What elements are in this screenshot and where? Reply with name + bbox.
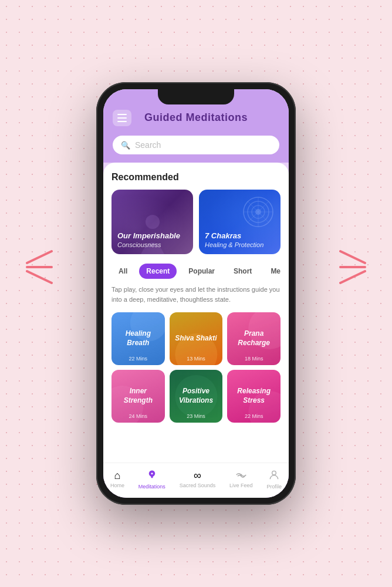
med-card-duration-1: 13 Mins	[187, 356, 205, 362]
med-card-duration-4: 23 Mins	[187, 413, 205, 419]
meditations-icon	[147, 470, 157, 482]
profile-icon	[269, 470, 279, 482]
recommended-title: Recommended	[111, 172, 281, 183]
med-card-title-1: Shiva Shakti	[175, 334, 217, 343]
svg-line-5	[340, 271, 365, 283]
home-icon: ⌂	[114, 470, 120, 481]
svg-point-21	[151, 473, 153, 474]
filter-tab-short[interactable]: Short	[227, 264, 259, 279]
page-title: Guided Meditations	[144, 112, 248, 124]
nav-profile[interactable]: Profile	[266, 470, 282, 490]
app-screen: Guided Meditations 🔍 Search Recommended	[103, 89, 289, 498]
filter-tab-popular[interactable]: Popular	[181, 264, 222, 279]
meditation-card-inner-strength[interactable]: Inner Strength 24 Mins	[111, 370, 165, 423]
svg-line-0	[27, 251, 52, 263]
med-card-duration-5: 22 Mins	[245, 413, 263, 419]
menu-icon-line2	[117, 117, 127, 119]
meditation-card-shiva-shakti[interactable]: Shiva Shakti 13 Mins	[170, 312, 223, 365]
card1-text: Our Imperishable Consciousness	[117, 231, 180, 248]
med-card-title-2: Prana Recharge	[232, 329, 276, 348]
live-feed-icon	[236, 470, 246, 481]
nav-live-feed-label: Live Feed	[229, 483, 253, 488]
filter-tab-medium[interactable]: Medium	[263, 264, 281, 279]
med-card-duration-3: 24 Mins	[129, 413, 148, 419]
med-card-title-5: Releasing Stress	[232, 387, 276, 405]
nav-live-feed[interactable]: Live Feed	[229, 470, 253, 488]
meditation-card-healing-breath[interactable]: Healing Breath 22 Mins	[111, 312, 165, 365]
menu-icon-line1	[117, 114, 127, 115]
search-bar[interactable]: 🔍 Search	[113, 136, 279, 154]
phone-notch	[158, 89, 234, 104]
filter-tab-recent[interactable]: Recent	[139, 264, 177, 279]
nav-home[interactable]: ⌂ Home	[110, 470, 124, 488]
med-card-duration-0: 22 Mins	[129, 356, 148, 362]
sacred-sounds-icon: ∞	[194, 470, 201, 481]
svg-point-23	[272, 471, 276, 475]
card2-text: 7 Chakras Healing & Protection	[205, 231, 263, 248]
svg-point-22	[240, 474, 242, 476]
meditation-card-releasing-stress[interactable]: Releasing Stress 22 Mins	[227, 370, 281, 423]
card1-subtitle: Consciousness	[117, 241, 180, 248]
bottom-navigation: ⌂ Home Meditations ∞ Sacred Sounds	[103, 463, 289, 498]
phone-device: Guided Meditations 🔍 Search Recommended	[96, 82, 296, 505]
main-content: Recommended Our Imperishable Consciousne…	[103, 163, 289, 463]
med-card-duration-2: 18 Mins	[245, 356, 263, 362]
section-description: Tap play, close your eyes and let the in…	[111, 285, 281, 304]
meditation-grid: Healing Breath 22 Mins Shiva Shakti 13 M…	[111, 312, 281, 423]
menu-button[interactable]	[113, 110, 131, 126]
nav-sacred-sounds[interactable]: ∞ Sacred Sounds	[180, 470, 216, 488]
svg-line-2	[27, 271, 52, 283]
card2-title: 7 Chakras	[205, 231, 263, 241]
nav-meditations-label: Meditations	[138, 484, 165, 490]
nav-sacred-sounds-label: Sacred Sounds	[180, 483, 216, 488]
right-decoration	[339, 247, 370, 288]
filter-tab-all[interactable]: All	[111, 264, 134, 279]
left-decoration	[22, 247, 53, 288]
filter-tabs-row: All Recent Popular Short Medium	[111, 264, 281, 279]
card2-subtitle: Healing & Protection	[205, 241, 263, 248]
card1-title: Our Imperishable	[117, 231, 180, 241]
nav-profile-label: Profile	[266, 484, 282, 490]
meditation-card-positive-vibrations[interactable]: Positive Vibrations 23 Mins	[170, 370, 223, 423]
menu-icon-line3	[117, 121, 127, 122]
med-card-title-0: Healing Breath	[116, 329, 160, 348]
chakra-decoration	[241, 194, 276, 230]
med-card-title-3: Inner Strength	[116, 387, 160, 405]
phone-screen: Guided Meditations 🔍 Search Recommended	[103, 89, 289, 498]
search-container: 🔍 Search	[103, 131, 289, 163]
svg-point-6	[146, 215, 160, 229]
med-card-title-4: Positive Vibrations	[174, 387, 218, 405]
svg-line-3	[340, 251, 365, 263]
recommended-card-1[interactable]: Our Imperishable Consciousness	[111, 190, 193, 254]
meditation-card-prana-recharge[interactable]: Prana Recharge 18 Mins	[227, 312, 281, 365]
recommended-card-2[interactable]: 7 Chakras Healing & Protection	[199, 190, 281, 254]
recommended-cards-row: Our Imperishable Consciousness	[111, 190, 281, 254]
search-placeholder: Search	[135, 140, 161, 150]
nav-home-label: Home	[110, 483, 124, 488]
search-icon: 🔍	[121, 141, 130, 150]
nav-meditations[interactable]: Meditations	[138, 470, 165, 490]
